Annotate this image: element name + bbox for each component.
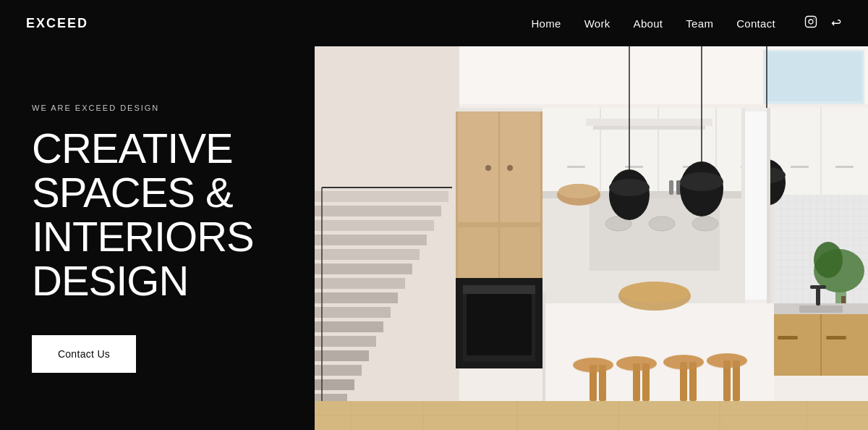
svg-rect-144 bbox=[745, 111, 767, 300]
contact-us-button[interactable]: Contact Us bbox=[32, 335, 136, 373]
headline-line3: INTERIORS bbox=[32, 213, 254, 260]
svg-rect-14 bbox=[315, 278, 405, 289]
svg-point-1 bbox=[809, 20, 813, 24]
svg-rect-9 bbox=[315, 206, 441, 216]
kitchen-photo bbox=[315, 46, 868, 430]
svg-point-136 bbox=[609, 179, 650, 196]
svg-rect-18 bbox=[315, 336, 376, 347]
svg-point-117 bbox=[616, 357, 657, 371]
hero-headline: CREATIVE SPACES & INTERIORS DESIGN bbox=[32, 127, 283, 303]
svg-rect-44 bbox=[567, 166, 585, 168]
headline-line1: CREATIVE bbox=[32, 125, 233, 172]
svg-rect-16 bbox=[315, 307, 391, 318]
svg-point-32 bbox=[507, 165, 513, 171]
nav-about[interactable]: About bbox=[634, 17, 663, 30]
headline-line2: SPACES & bbox=[32, 169, 233, 216]
svg-rect-19 bbox=[315, 350, 369, 361]
svg-rect-6 bbox=[767, 52, 862, 101]
hero-tagline: WE ARE EXCEED DESIGN bbox=[32, 104, 283, 112]
svg-rect-52 bbox=[586, 119, 712, 126]
svg-point-139 bbox=[680, 172, 723, 191]
svg-rect-99 bbox=[826, 336, 846, 340]
svg-rect-8 bbox=[315, 191, 448, 202]
svg-rect-0 bbox=[806, 16, 817, 27]
nav-social-icons bbox=[804, 15, 842, 32]
svg-rect-11 bbox=[315, 235, 427, 245]
main-nav: Home Work About Team Contact bbox=[531, 15, 842, 32]
logo[interactable]: EXCEED bbox=[26, 16, 88, 31]
svg-rect-17 bbox=[315, 321, 383, 332]
svg-rect-50 bbox=[791, 166, 809, 168]
svg-rect-145 bbox=[741, 108, 745, 303]
nav-work[interactable]: Work bbox=[584, 17, 610, 30]
svg-rect-10 bbox=[315, 220, 434, 231]
svg-rect-51 bbox=[835, 166, 854, 168]
headline-line4: DESIGN bbox=[32, 257, 188, 304]
svg-rect-12 bbox=[315, 249, 420, 260]
svg-rect-89 bbox=[669, 180, 673, 195]
svg-point-86 bbox=[692, 216, 718, 231]
nav-contact[interactable]: Contact bbox=[736, 17, 775, 30]
svg-point-92 bbox=[814, 242, 843, 278]
svg-rect-98 bbox=[778, 336, 798, 340]
svg-rect-101 bbox=[799, 305, 843, 313]
instagram-icon[interactable] bbox=[804, 15, 817, 32]
svg-point-88 bbox=[558, 184, 599, 198]
header: EXCEED Home Work About Team Contact bbox=[0, 0, 868, 46]
nav-home[interactable]: Home bbox=[531, 17, 561, 30]
svg-point-113 bbox=[573, 358, 613, 373]
hero-image-panel bbox=[315, 46, 868, 430]
nav-team[interactable]: Team bbox=[686, 17, 713, 30]
svg-point-31 bbox=[485, 165, 491, 171]
svg-rect-38 bbox=[463, 285, 535, 294]
svg-rect-146 bbox=[767, 108, 770, 303]
svg-rect-103 bbox=[810, 285, 826, 289]
svg-rect-21 bbox=[315, 379, 354, 390]
svg-rect-45 bbox=[625, 166, 643, 168]
svg-point-121 bbox=[663, 355, 704, 370]
svg-rect-37 bbox=[467, 289, 532, 355]
svg-point-2 bbox=[813, 18, 814, 20]
hero-left-panel: WE ARE EXCEED DESIGN CREATIVE SPACES & I… bbox=[0, 46, 315, 430]
svg-rect-15 bbox=[315, 292, 398, 303]
kitchen-scene-svg bbox=[315, 46, 868, 430]
svg-rect-13 bbox=[315, 264, 412, 274]
main-content: WE ARE EXCEED DESIGN CREATIVE SPACES & I… bbox=[0, 46, 868, 430]
share-icon[interactable] bbox=[829, 15, 842, 32]
svg-point-85 bbox=[649, 216, 675, 231]
svg-point-109 bbox=[620, 282, 689, 303]
svg-rect-53 bbox=[593, 126, 705, 130]
svg-point-125 bbox=[707, 354, 747, 368]
